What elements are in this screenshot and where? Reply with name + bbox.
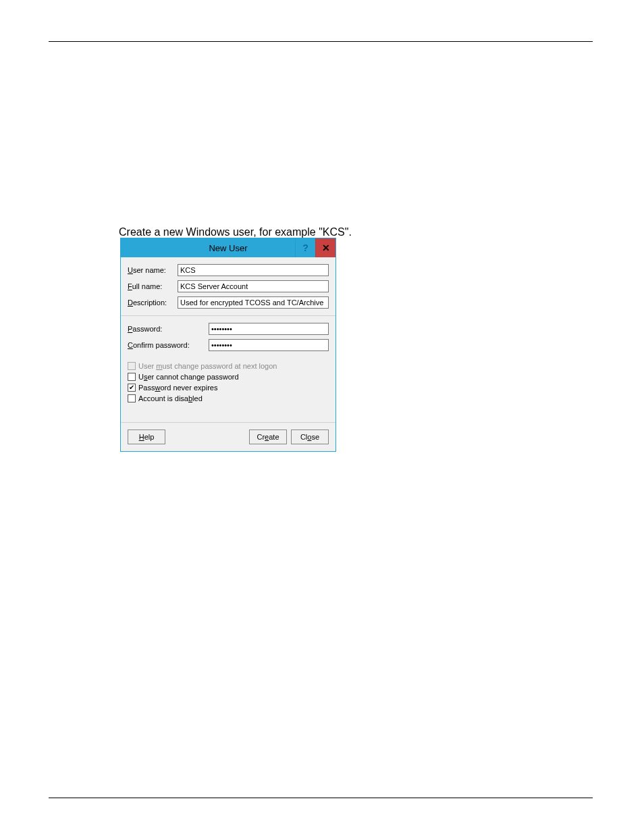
create-button[interactable]: Create [249,429,287,444]
confirm-password-label: Confirm password: [128,341,209,349]
divider [121,315,336,316]
close-button[interactable]: Close [291,429,329,444]
help-button[interactable]: Help [128,429,165,444]
fullname-label: Full name: [128,282,178,290]
username-input[interactable] [178,264,329,276]
help-icon[interactable]: ? [295,238,315,257]
never-expires-checkbox[interactable]: ✔ [128,384,136,392]
new-user-dialog: New User ? ✕ User name: Full name: Descr… [120,238,336,452]
checkmark-icon: ✔ [129,384,134,391]
page-header-rule [49,41,593,42]
must-change-checkbox [128,362,136,370]
titlebar: New User ? ✕ [121,238,336,257]
dialog-body: User name: Full name: Description: Passw… [121,257,336,402]
close-icon[interactable]: ✕ [315,238,336,257]
cannot-change-label: User cannot change password [138,373,239,381]
fullname-input[interactable] [178,280,329,292]
must-change-label: User must change password at next logon [138,362,277,370]
description-input[interactable] [178,296,329,309]
description-label: Description: [128,298,178,307]
page-footer-rule [49,798,593,798]
password-input[interactable] [209,323,329,335]
cannot-change-checkbox[interactable] [128,373,136,381]
account-disabled-label: Account is disabled [138,394,203,402]
button-bar: Help Create Close [121,422,336,451]
account-disabled-checkbox[interactable] [128,394,136,402]
password-label: Password: [128,325,209,333]
caption-text: Create a new Windows user, for example "… [119,226,352,238]
username-label: User name: [128,266,178,274]
never-expires-label: Password never expires [138,384,217,392]
confirm-password-input[interactable] [209,339,329,351]
